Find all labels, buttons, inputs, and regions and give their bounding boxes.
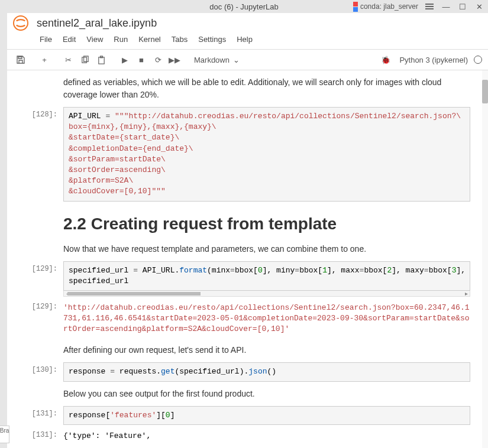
menu-tabs[interactable]: Tabs <box>166 33 193 46</box>
code-input[interactable]: specified_url = API_URL.format(minx=bbox… <box>63 261 470 291</box>
scrollbar-thumb[interactable] <box>482 80 488 103</box>
code-input[interactable]: response['features'][0] <box>63 406 470 425</box>
titlebar: doc (6) - JupyterLab conda: jlab_server … <box>0 0 488 13</box>
bug-icon[interactable]: 🐞 <box>378 52 393 67</box>
output-text: 'http://datahub.creodias.eu/resto/api/co… <box>63 299 470 339</box>
window-title: doc (6) - JupyterLab <box>209 2 278 11</box>
minimize-icon[interactable]: — <box>441 1 451 12</box>
chevron-down-icon: ⌄ <box>233 56 240 64</box>
paste-icon[interactable] <box>93 52 109 67</box>
copy-icon[interactable] <box>77 52 92 67</box>
menu-help[interactable]: Help <box>231 33 258 46</box>
menu-edit[interactable]: Edit <box>57 33 81 46</box>
cell-prompt: [129]: <box>7 299 63 339</box>
cell-type-label: Markdown <box>194 56 230 64</box>
vertical-scrollbar[interactable] <box>482 70 488 448</box>
stop-icon[interactable]: ■ <box>134 52 149 67</box>
restart-icon[interactable]: ⟳ <box>150 52 166 67</box>
hamburger-icon[interactable] <box>424 1 435 12</box>
code-input[interactable]: response = requests.get(specified_url).j… <box>63 362 470 381</box>
markdown-heading: 2.2 Creating request from template <box>63 204 470 239</box>
cut-icon[interactable]: ✂ <box>60 52 76 67</box>
close-icon[interactable]: ✕ <box>474 1 484 12</box>
add-cell-icon[interactable]: + <box>37 52 52 67</box>
menu-file[interactable]: File <box>34 33 57 46</box>
cell-prompt <box>7 73 63 105</box>
notebook-title[interactable]: sentinel2_aral_lake.ipynb <box>37 17 157 30</box>
menubar: File Edit View Run Kernel Tabs Settings … <box>7 32 488 50</box>
markdown-text: Now that we have request template and pa… <box>63 239 470 259</box>
toolbar: + ✂ ▶ ■ ⟳ ▶▶ Markdown ⌄ 🐞 Python 3 (ipyk… <box>7 50 488 70</box>
kernel-name[interactable]: Python 3 (ipykernel) <box>395 56 473 64</box>
cell-prompt: [128]: <box>7 107 63 202</box>
run-icon[interactable]: ▶ <box>117 52 132 67</box>
side-tab[interactable]: Bra <box>0 426 9 443</box>
code-input[interactable]: API_URL = """http://datahub.creodias.eu/… <box>63 107 470 202</box>
maximize-icon[interactable]: ☐ <box>457 1 468 12</box>
horizontal-scrollbar[interactable]: ◂▸ <box>63 291 470 297</box>
cell-prompt: [129]: <box>7 261 63 297</box>
conda-env-label: conda: jlab_server <box>360 2 418 11</box>
kernel-status-icon[interactable] <box>474 56 482 64</box>
cell-prompt: [131]: <box>7 427 63 445</box>
notebook-content[interactable]: defined as veriables, which we will be a… <box>7 70 482 448</box>
menu-kernel[interactable]: Kernel <box>133 33 166 46</box>
jupyter-logo-icon <box>13 15 28 31</box>
save-icon[interactable] <box>13 52 28 67</box>
menu-view[interactable]: View <box>81 33 108 46</box>
markdown-text: After defining our own request, let's se… <box>63 340 470 360</box>
menu-run[interactable]: Run <box>108 33 133 46</box>
run-all-icon[interactable]: ▶▶ <box>167 52 182 67</box>
markdown-text: Below you can see output for the first f… <box>63 384 470 404</box>
conda-env-indicator[interactable]: conda: jlab_server <box>353 2 418 12</box>
cell-prompt: [130]: <box>7 362 63 381</box>
menu-settings[interactable]: Settings <box>193 33 231 46</box>
output-text: {'type': 'Feature', <box>63 427 470 445</box>
cell-type-select[interactable]: Markdown ⌄ <box>190 56 243 64</box>
markdown-text: defined as veriables, which we will be a… <box>63 73 470 105</box>
cell-prompt: [131]: <box>7 406 63 425</box>
svg-rect-2 <box>98 57 104 63</box>
